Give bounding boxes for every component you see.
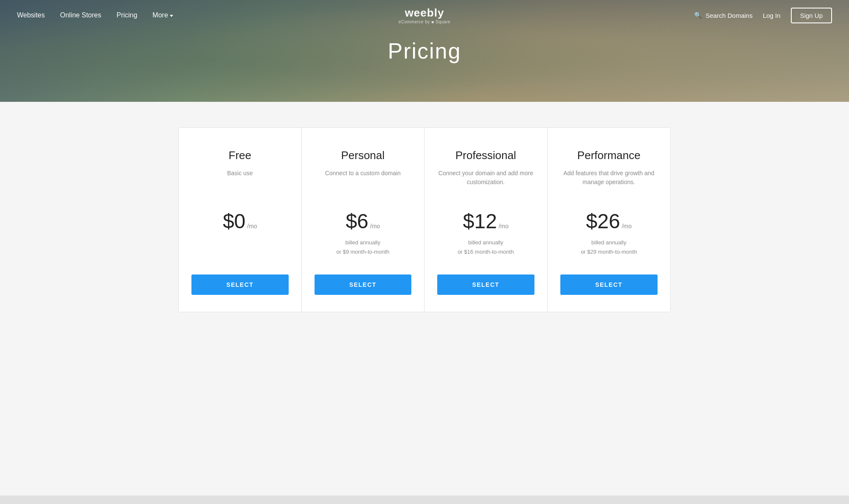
chevron-down-icon xyxy=(170,15,173,17)
nav-websites[interactable]: Websites xyxy=(17,11,45,19)
plan-performance-price-block: $26 /mo xyxy=(586,210,632,233)
plan-professional: Professional Connect your domain and add… xyxy=(424,128,548,312)
search-domains-button[interactable]: 🔍 Search Domains xyxy=(694,11,753,19)
plan-personal-name: Personal xyxy=(341,149,385,162)
logo-sub: eCommerce by ■ Square xyxy=(399,20,450,24)
plan-professional-price: $12 xyxy=(463,210,497,233)
plan-performance: Performance Add features that drive grow… xyxy=(548,128,671,312)
plan-professional-billed: billed annually xyxy=(458,238,514,247)
nav-pricing[interactable]: Pricing xyxy=(116,11,137,19)
navbar: Websites Online Stores Pricing More weeb… xyxy=(0,0,849,31)
plan-professional-price-block: $12 /mo xyxy=(463,210,509,233)
plan-free-name: Free xyxy=(229,149,251,162)
nav-right: 🔍 Search Domains Log In Sign Up xyxy=(694,8,832,23)
login-link[interactable]: Log In xyxy=(763,12,781,19)
plan-personal: Personal Connect to a custom domain $6 /… xyxy=(302,128,425,312)
search-domains-label: Search Domains xyxy=(706,12,753,19)
plan-performance-billed: billed annually xyxy=(581,238,637,247)
plan-performance-monthly: or $29 month-to-month xyxy=(581,247,637,257)
plan-performance-desc: Add features that drive growth and manag… xyxy=(560,169,658,194)
plan-free-desc: Basic use xyxy=(227,169,253,194)
plan-personal-price-block: $6 /mo xyxy=(346,210,380,233)
plan-performance-billing: billed annually or $29 month-to-month xyxy=(581,238,637,259)
plan-personal-price: $6 xyxy=(346,210,368,233)
nav-more-dropdown[interactable]: More xyxy=(152,11,173,19)
plan-personal-select-button[interactable]: SELECT xyxy=(315,274,412,295)
plan-professional-mo: /mo xyxy=(499,223,509,230)
search-icon: 🔍 xyxy=(694,11,702,19)
plan-free: Free Basic use $0 /mo SELECT xyxy=(179,128,302,312)
plan-professional-select-button[interactable]: SELECT xyxy=(437,274,534,295)
plan-personal-desc: Connect to a custom domain xyxy=(325,169,401,194)
plan-performance-name: Performance xyxy=(577,149,641,162)
plan-free-mo: /mo xyxy=(247,223,257,230)
logo-block: weebly eCommerce by ■ Square xyxy=(399,6,450,24)
plan-professional-desc: Connect your domain and add more customi… xyxy=(437,169,534,194)
plan-personal-billed: billed annually xyxy=(336,238,389,247)
plan-free-select-button[interactable]: SELECT xyxy=(191,274,289,295)
nav-links: Websites Online Stores Pricing More xyxy=(17,11,173,19)
plan-performance-mo: /mo xyxy=(622,223,632,230)
plan-performance-price: $26 xyxy=(586,210,620,233)
plan-free-price-block: $0 /mo xyxy=(223,210,257,233)
plan-professional-name: Professional xyxy=(455,149,516,162)
plan-personal-billing: billed annually or $9 month-to-month xyxy=(336,238,389,259)
logo-text: weebly xyxy=(399,6,450,20)
hero-title: Pricing xyxy=(388,38,461,64)
plan-personal-mo: /mo xyxy=(370,223,380,230)
plan-professional-monthly: or $16 month-to-month xyxy=(458,247,514,257)
main-content: Free Basic use $0 /mo SELECT Personal Co… xyxy=(0,102,849,356)
signup-button[interactable]: Sign Up xyxy=(791,8,832,23)
plan-personal-monthly: or $9 month-to-month xyxy=(336,247,389,257)
plan-professional-billing: billed annually or $16 month-to-month xyxy=(458,238,514,259)
nav-more[interactable]: More xyxy=(152,11,168,19)
nav-online-stores[interactable]: Online Stores xyxy=(60,11,101,19)
plan-free-price: $0 xyxy=(223,210,245,233)
plan-performance-select-button[interactable]: SELECT xyxy=(560,274,658,295)
pricing-grid: Free Basic use $0 /mo SELECT Personal Co… xyxy=(178,127,671,312)
